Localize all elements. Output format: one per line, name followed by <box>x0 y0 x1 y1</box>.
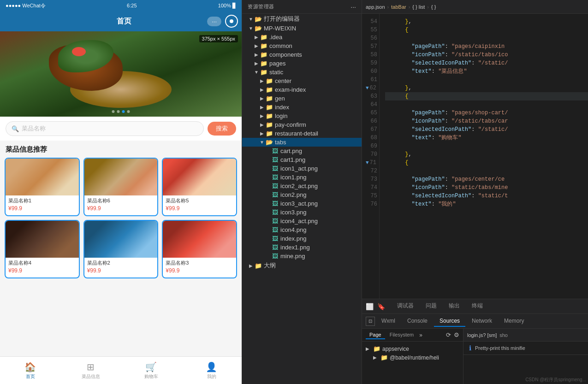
sources-file-tab-login[interactable]: login.js? [sm] <box>467 332 497 338</box>
sub-tab-action-icons: ⟳ ⚙ <box>446 331 459 338</box>
folder-common-icon: 📁 <box>260 42 268 49</box>
tree-arrow-center: ▶ <box>259 78 265 83</box>
tree-label-mine-png: mine.png <box>279 253 305 260</box>
devtools-cursor-icon[interactable]: ⊡ <box>366 317 375 326</box>
editor-code-area: 54 55 56 57 58 59 60 61 ▼ 62 63 64 65 66… <box>362 14 588 384</box>
tree-item-icon1[interactable]: ▶ 🖼 icon1.png <box>242 173 362 182</box>
line-num-60: 60 <box>366 67 377 76</box>
code-line-70: }, <box>385 150 588 159</box>
fs-arrow-appservice: ▶ <box>366 346 371 351</box>
code-line-54: }, <box>385 18 588 26</box>
tree-item-index1-png[interactable]: ▶ 🖼 index1.png <box>242 243 362 252</box>
nav-home[interactable]: 🏠 首页 <box>0 357 60 384</box>
food-name-6: 菜品名称3 <box>163 258 236 267</box>
sources-code-panel: login.js? [sm] sho ℹ Pretty-print this m… <box>463 329 588 384</box>
tree-item-mine-png[interactable]: ▶ 🖼 mine.png <box>242 252 362 260</box>
settings-icon[interactable]: ⚙ <box>454 331 459 338</box>
line-num-70: 70 <box>366 150 377 159</box>
tree-item-gen[interactable]: ▶ 📁 gen <box>242 94 362 103</box>
line-num-71: ▼ 71 <box>366 159 377 167</box>
tree-item-icon3act[interactable]: ▶ 🖼 icon3_act.png <box>242 199 362 208</box>
tab-output[interactable]: 输出 <box>443 300 465 313</box>
tab-terminal[interactable]: 终端 <box>466 300 488 313</box>
folder-gen-icon: 📁 <box>265 95 273 102</box>
tree-arrow-static: ▼ <box>253 70 260 75</box>
tree-item-common[interactable]: ▶ 📁 common <box>242 41 362 50</box>
tree-item-cart-png[interactable]: ▶ 🖼 cart.png <box>242 147 362 155</box>
sources-file-tab-sho[interactable]: sho <box>499 332 508 338</box>
folder-pay-icon: 📁 <box>265 121 273 128</box>
sync-icon[interactable]: ⟳ <box>446 331 451 338</box>
nav-cart[interactable]: 🛒 购物车 <box>121 357 181 384</box>
sub-tab-more-icon[interactable]: » <box>419 332 422 338</box>
folder-exam-icon: 📁 <box>265 86 273 93</box>
food-card-4[interactable]: 菜品名称4 ¥99.9 <box>5 220 80 278</box>
tree-arrow-outline: ▶ <box>248 263 254 268</box>
sub-tab-page[interactable]: Page <box>366 331 385 339</box>
tree-item-index-png[interactable]: ▶ 🖼 index.png <box>242 234 362 243</box>
tree-arrow-pages: ▶ <box>253 61 260 66</box>
sub-tab-filesystem[interactable]: Filesystem <box>386 331 418 339</box>
food-price-2: ¥99.9 <box>84 205 158 212</box>
tree-item-open-editors[interactable]: ▼ 📂 打开的编辑器 <box>242 14 362 24</box>
tree-item-icon4[interactable]: ▶ 🖼 icon4.png <box>242 225 362 234</box>
food-card-6[interactable]: 菜品名称3 ¥99.9 <box>162 220 237 278</box>
tab-problems[interactable]: 问题 <box>420 300 442 313</box>
tree-item-center[interactable]: ▶ 📁 center <box>242 77 362 85</box>
line-num-64: 64 <box>366 100 377 109</box>
line-num-54: 54 <box>366 18 377 26</box>
tree-item-login[interactable]: ▶ 📁 login <box>242 112 362 120</box>
line-num-76: 76 <box>366 200 377 208</box>
tree-item-icon2act[interactable]: ▶ 🖼 icon2_act.png <box>242 182 362 190</box>
search-input-wrap[interactable]: 🔍 菜品名称 <box>6 121 204 136</box>
code-line-72 <box>385 167 588 175</box>
food-card-2[interactable]: 菜品名称6 ¥99.9 <box>83 158 159 216</box>
tree-item-icon2[interactable]: ▶ 🖼 icon2.png <box>242 190 362 199</box>
tree-item-icon4act[interactable]: ▶ 🖼 icon4_act.png <box>242 217 362 225</box>
tab-wxml[interactable]: Wxml <box>376 316 401 327</box>
nav-profile[interactable]: 👤 我的 <box>181 357 242 384</box>
tree-item-pay-confirm[interactable]: ▶ 📁 pay-confirm <box>242 120 362 129</box>
more-options-icon[interactable]: ··· <box>350 3 356 11</box>
tree-item-cart1-png[interactable]: ▶ 🖼 cart1.png <box>242 155 362 164</box>
food-card-1[interactable]: 菜品名称1 ¥99.9 <box>5 158 80 216</box>
line-num-55: 55 <box>366 26 377 34</box>
line-num-63: 63 <box>366 92 377 100</box>
line-num-58: 58 <box>366 51 377 59</box>
file-icon3act-icon: 🖼 <box>271 200 279 207</box>
tab-console[interactable]: Console <box>402 316 433 327</box>
tree-item-tabs[interactable]: ▼ 📂 tabs <box>242 138 362 147</box>
nav-menu[interactable]: ⊞ 菜品信息 <box>60 357 121 384</box>
editor-panel: app.json › tabBar › { } list › { } 54 55… <box>362 0 588 384</box>
search-button[interactable]: 搜索 <box>208 122 236 136</box>
tree-item-icon1act[interactable]: ▶ 🖼 icon1_act.png <box>242 164 362 173</box>
tree-item-restaurant[interactable]: ▶ 📁 restaurant-detail <box>242 129 362 138</box>
food-card-3[interactable]: 菜品名称5 ¥99.9 <box>162 158 237 216</box>
tree-label-components: components <box>268 51 302 58</box>
line-num-67: 67 <box>366 125 377 134</box>
tree-label-tabs: tabs <box>273 139 286 146</box>
tab-sources[interactable]: Sources <box>434 316 465 327</box>
folder-tabs-icon: 📂 <box>265 139 273 146</box>
nav-record-button[interactable] <box>225 15 238 28</box>
fs-item-babel[interactable]: ▶ 📁 @babel/runtime/heli <box>366 353 459 362</box>
tree-item-mp-weixin[interactable]: ▼ 📂 MP-WEIXIN <box>242 24 362 33</box>
fs-item-appservice[interactable]: ▶ 📁 appservice <box>366 344 459 353</box>
tree-label-icon1act: icon1_act.png <box>279 165 318 172</box>
tree-item-static[interactable]: ▼ 📁 static <box>242 68 362 77</box>
tree-item-exam[interactable]: ▶ 📁 exam-index <box>242 85 362 94</box>
tree-item-icon3[interactable]: ▶ 🖼 icon3.png <box>242 208 362 217</box>
tree-item-pages[interactable]: ▶ 📁 pages <box>242 59 362 68</box>
nav-dots-button[interactable]: ··· <box>207 17 221 26</box>
carrier-label: ●●●●● WeChat令 <box>6 2 46 9</box>
tree-item-idea[interactable]: ▶ 📁 .idea <box>242 33 362 41</box>
food-card-5[interactable]: 菜品名称2 ¥99.9 <box>83 220 159 278</box>
tab-network[interactable]: Network <box>466 316 498 327</box>
tree-item-index[interactable]: ▶ 📁 index <box>242 103 362 112</box>
tab-debugger[interactable]: 调试器 <box>392 300 419 313</box>
breadcrumb-sep2: › <box>409 4 410 10</box>
tab-memory[interactable]: Memory <box>499 316 529 327</box>
file-explorer-header: 资源管理器 ··· <box>242 0 362 14</box>
tree-item-components[interactable]: ▶ 📁 components <box>242 50 362 59</box>
tree-item-outline[interactable]: ▶ 📁 大纲 <box>242 260 362 271</box>
